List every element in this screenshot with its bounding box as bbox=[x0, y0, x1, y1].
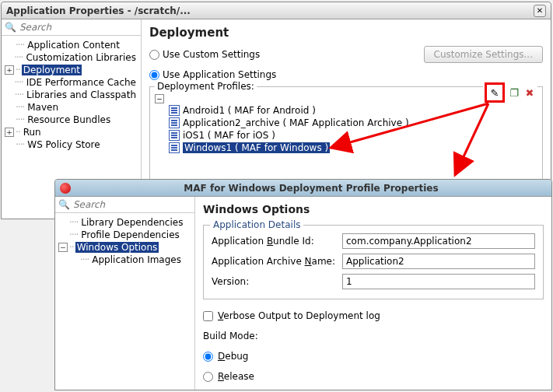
tree-ide-performance-cache[interactable]: IDE Performance Cache bbox=[25, 77, 138, 88]
search-icon: 🔍 bbox=[58, 199, 70, 210]
search-input[interactable] bbox=[73, 199, 191, 210]
expand-icon[interactable]: + bbox=[5, 128, 14, 137]
version-field[interactable] bbox=[342, 274, 535, 289]
profile-icon bbox=[169, 130, 180, 141]
bundle-id-field[interactable] bbox=[342, 233, 535, 249]
profile-icon bbox=[169, 142, 180, 153]
debug-radio[interactable] bbox=[203, 352, 213, 362]
fieldset-legend: Application Details bbox=[210, 219, 303, 230]
tree-libraries-and-classpath[interactable]: Libraries and Classpath bbox=[25, 89, 138, 100]
tree-maven[interactable]: Maven bbox=[26, 102, 60, 113]
duplicate-icon[interactable]: ❐ bbox=[508, 86, 520, 99]
verbose-label: Verbose Output to Deployment log bbox=[218, 310, 380, 321]
tree-library-dependencies[interactable]: Library Dependencies bbox=[79, 217, 184, 228]
tree-application-images[interactable]: Application Images bbox=[90, 254, 183, 265]
search-input[interactable] bbox=[19, 22, 138, 33]
expand-icon[interactable]: + bbox=[5, 65, 14, 75]
archive-name-label: Application Archive Name: bbox=[212, 256, 336, 267]
profile-windows[interactable]: Windows1 ( MAF for Windows ) bbox=[155, 142, 537, 154]
nav-tree: ····Library Dependencies ····Profile Dep… bbox=[55, 213, 194, 390]
tree-application-content[interactable]: Application Content bbox=[26, 40, 121, 51]
delete-icon[interactable]: ✖ bbox=[523, 86, 536, 99]
debug-label: Debug bbox=[218, 351, 248, 362]
version-label: Version: bbox=[212, 276, 336, 287]
window-title: MAF for Windows Deployment Profile Prope… bbox=[75, 183, 547, 194]
archive-name-field[interactable] bbox=[342, 254, 535, 269]
profile-archive[interactable]: Application2_archive ( MAF Application A… bbox=[155, 117, 537, 129]
use-custom-settings-radio[interactable]: Use Custom Settings bbox=[149, 49, 260, 60]
search-row: 🔍 bbox=[2, 19, 141, 36]
search-row: 🔍 bbox=[55, 197, 194, 213]
window-title: Application Properties - /scratch/... bbox=[6, 5, 534, 16]
tree-customization-libraries[interactable]: Customization Libraries bbox=[24, 52, 138, 63]
collapse-icon[interactable]: − bbox=[58, 243, 68, 252]
profile-icon bbox=[169, 105, 180, 116]
page-title: Windows Options bbox=[203, 203, 544, 215]
collapse-icon[interactable]: − bbox=[155, 94, 164, 103]
app-icon bbox=[60, 183, 71, 194]
profile-android[interactable]: Android1 ( MAF for Android ) bbox=[155, 104, 537, 117]
page-title: Deployment bbox=[149, 26, 543, 40]
edit-icon[interactable]: ✎ bbox=[488, 86, 501, 99]
tree-windows-options[interactable]: Windows Options bbox=[75, 242, 159, 253]
tree-resource-bundles[interactable]: Resource Bundles bbox=[26, 114, 112, 125]
bundle-id-label: Application Bundle Id: bbox=[212, 236, 336, 247]
build-mode-label: Build Mode: bbox=[203, 331, 544, 341]
profiles-legend: Deployment Profiles: bbox=[155, 81, 257, 92]
close-icon[interactable]: ✕ bbox=[534, 5, 546, 17]
release-radio[interactable] bbox=[203, 372, 213, 382]
search-icon: 🔍 bbox=[5, 22, 16, 33]
customize-settings-button: Customize Settings... bbox=[424, 46, 543, 63]
use-application-settings-radio[interactable]: Use Application Settings bbox=[149, 69, 276, 80]
tree-ws-policy-store[interactable]: WS Policy Store bbox=[26, 139, 101, 150]
profile-icon bbox=[169, 117, 180, 128]
tree-deployment[interactable]: Deployment bbox=[22, 65, 82, 75]
release-label: Release bbox=[218, 371, 254, 382]
profile-ios[interactable]: iOS1 ( MAF for iOS ) bbox=[155, 129, 537, 142]
tree-profile-dependencies[interactable]: Profile Dependencies bbox=[79, 229, 181, 240]
tree-run[interactable]: Run bbox=[22, 127, 43, 138]
verbose-checkbox[interactable] bbox=[203, 311, 213, 321]
